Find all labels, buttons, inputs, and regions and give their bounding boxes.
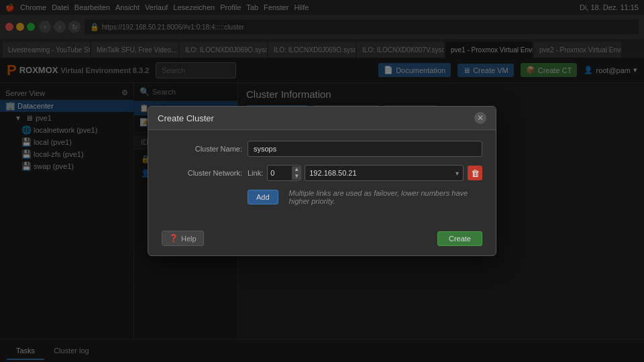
modal-action-buttons: Create: [437, 231, 482, 246]
help-icon: ❓: [169, 234, 178, 243]
ip-value: 192.168.50.21: [309, 169, 356, 177]
spin-down-button[interactable]: ▼: [292, 173, 301, 180]
modal-help-button[interactable]: ❓ Help: [162, 231, 204, 246]
cluster-network-row: Cluster Network: Link: ▲ ▼ 192.168.50.21…: [162, 165, 482, 181]
cluster-network-label: Cluster Network:: [162, 169, 242, 177]
link-label: Link:: [248, 169, 263, 177]
create-cluster-modal: Create Cluster ✕ Cluster Name: Cluster N…: [148, 106, 496, 256]
link-number-field[interactable]: [270, 169, 290, 177]
add-hint-row: Add Multiple links are used as failover,…: [162, 189, 482, 205]
network-row: Link: ▲ ▼ 192.168.50.21 ▾ 🗑: [248, 165, 482, 181]
modal-title: Create Cluster: [158, 113, 214, 123]
cluster-name-row: Cluster Name:: [162, 141, 482, 157]
hint-text: Multiple links are used as failover, low…: [289, 189, 482, 205]
cluster-name-input[interactable]: [248, 141, 482, 157]
add-link-button[interactable]: Add: [248, 190, 278, 204]
spin-up-button[interactable]: ▲: [292, 166, 301, 173]
spin-buttons: ▲ ▼: [292, 166, 301, 180]
modal-close-button[interactable]: ✕: [474, 112, 486, 124]
help-label: Help: [181, 235, 197, 243]
modal-body: Cluster Name: Cluster Network: Link: ▲ ▼: [148, 130, 496, 224]
modal-overlay: Create Cluster ✕ Cluster Name: Cluster N…: [0, 0, 644, 362]
modal-header: Create Cluster ✕: [148, 107, 496, 130]
modal-create-button[interactable]: Create: [437, 231, 482, 246]
cluster-name-label: Cluster Name:: [162, 145, 242, 153]
link-number-input: ▲ ▼: [267, 165, 301, 181]
modal-footer: ❓ Help Create: [148, 224, 496, 255]
delete-link-button[interactable]: 🗑: [468, 166, 482, 180]
dropdown-chevron-icon: ▾: [455, 170, 459, 177]
ip-select-dropdown[interactable]: 192.168.50.21 ▾: [305, 165, 464, 181]
